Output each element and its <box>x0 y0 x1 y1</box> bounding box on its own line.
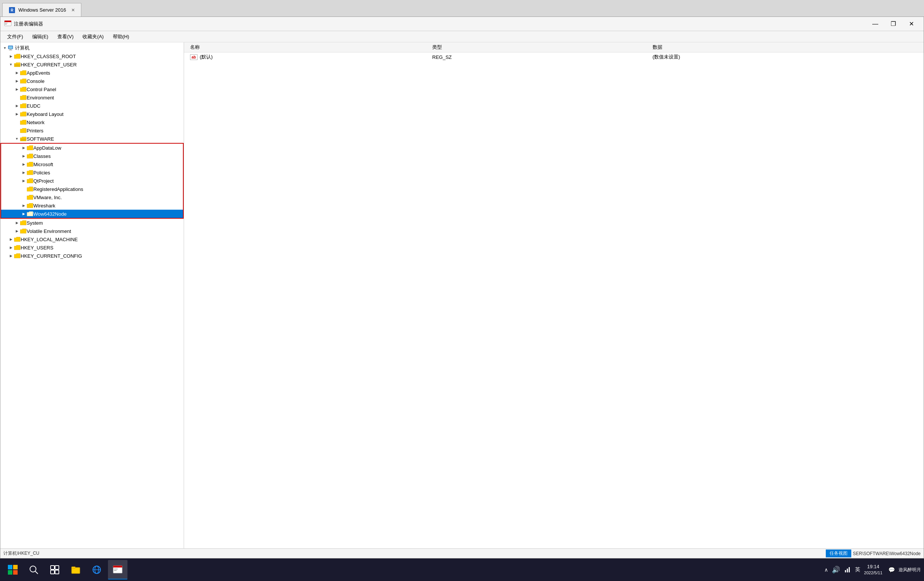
speaker-icon[interactable]: 🔊 <box>832 566 840 574</box>
table-row[interactable]: ab (默认) REG_SZ (数值未设置) <box>184 53 924 62</box>
expand-appevents[interactable] <box>14 70 20 76</box>
svg-rect-30 <box>847 569 848 573</box>
vmware-label: VMware, Inc. <box>33 195 62 200</box>
expand-wow6432[interactable] <box>21 211 26 217</box>
folder-icon-vmware <box>26 194 33 200</box>
folder-icon-wireshark <box>26 202 33 209</box>
hidden-icons-button[interactable]: ∧ <box>824 567 828 573</box>
ime-indicator[interactable]: 英 <box>855 566 860 573</box>
col-type[interactable]: 类型 <box>426 42 647 53</box>
tree-node-appdatalow[interactable]: AppDataLow <box>1 144 183 152</box>
console-label: Console <box>26 78 45 84</box>
close-button[interactable]: ✕ <box>903 18 920 30</box>
tree-panel[interactable]: 计算机 HKEY_CLASSES_ROOT <box>0 42 184 548</box>
expand-hklm[interactable] <box>8 236 14 242</box>
tree-node-classes[interactable]: Classes <box>1 152 183 160</box>
folder-icon-console <box>20 78 26 84</box>
tree-node-microsoft[interactable]: Microsoft <box>1 160 183 169</box>
tree-node-environment[interactable]: Environment <box>0 93 184 102</box>
regedit-taskbar-button[interactable] <box>108 560 127 579</box>
system-label: System <box>26 220 43 226</box>
expand-hkcc[interactable] <box>8 253 14 259</box>
network-icon[interactable] <box>844 566 851 574</box>
tree-node-computer[interactable]: 计算机 <box>0 44 184 52</box>
task-view-button[interactable] <box>45 560 64 579</box>
tree-node-hku[interactable]: HKEY_USERS <box>0 243 184 252</box>
tab-windows-server[interactable]: R Windows Server 2016 ✕ <box>2 3 81 17</box>
expand-eudc[interactable] <box>14 103 20 109</box>
tree-node-system[interactable]: System <box>0 218 184 227</box>
menu-edit[interactable]: 编辑(E) <box>28 32 52 41</box>
computer-label: 计算机 <box>15 45 30 51</box>
hkcr-label: HKEY_CLASSES_ROOT <box>21 54 76 59</box>
tree-node-hkcu[interactable]: HKEY_CURRENT_USER <box>0 60 184 69</box>
tree-node-eudc[interactable]: EUDC <box>0 102 184 110</box>
tree-node-wow6432[interactable]: Wow6432Node <box>1 210 183 218</box>
tree-node-printers[interactable]: Printers <box>0 126 184 135</box>
notification-icon[interactable]: 💬 <box>888 567 895 573</box>
tree-node-software[interactable]: SOFTWARE <box>0 135 184 143</box>
taskbar: ∧ 🔊 英 19:14 2022/5/11 💬 遊风醉明月 <box>0 558 924 581</box>
tree-node-appevents[interactable]: AppEvents <box>0 69 184 77</box>
status-task-view[interactable]: 任务视图 <box>826 550 851 557</box>
tree-node-policies[interactable]: Policies <box>1 169 183 177</box>
expand-volatile[interactable] <box>14 228 20 234</box>
folder-icon-keyboardlayout <box>20 111 26 117</box>
main-content: 计算机 HKEY_CLASSES_ROOT <box>0 42 924 548</box>
system-tray: ∧ 🔊 英 19:14 2022/5/11 💬 遊风醉明月 <box>824 564 921 575</box>
tree-node-network[interactable]: Network <box>0 118 184 126</box>
folder-icon-network <box>20 119 26 125</box>
tree-node-controlpanel[interactable]: Control Panel <box>0 85 184 93</box>
expand-network <box>14 119 20 125</box>
expand-policies[interactable] <box>21 169 26 175</box>
expand-hku[interactable] <box>8 245 14 250</box>
expand-hkcr[interactable] <box>8 53 14 59</box>
folder-icon-registeredapps <box>26 186 33 192</box>
expand-wireshark[interactable] <box>21 202 26 209</box>
col-name[interactable]: 名称 <box>184 42 426 53</box>
taskbar-clock[interactable]: 19:14 2022/5/11 <box>864 564 883 575</box>
expand-computer[interactable] <box>2 45 8 51</box>
tree-node-qtproject[interactable]: QtProject <box>1 177 183 185</box>
tree-node-vmware[interactable]: VMware, Inc. <box>1 193 183 202</box>
expand-console[interactable] <box>14 78 20 84</box>
minimize-button[interactable]: — <box>867 18 884 30</box>
svg-rect-26 <box>113 566 122 568</box>
search-button[interactable] <box>24 560 43 579</box>
expand-keyboardlayout[interactable] <box>14 111 20 117</box>
ab-icon: ab <box>190 55 198 60</box>
tab-close-button[interactable]: ✕ <box>71 8 75 13</box>
expand-software[interactable] <box>14 136 20 142</box>
expand-qtproject[interactable] <box>21 178 26 184</box>
folder-icon-hkcu <box>14 61 21 68</box>
tree-node-hkcc[interactable]: HKEY_CURRENT_CONFIG <box>0 252 184 260</box>
expand-environment <box>14 94 20 101</box>
expand-appdatalow[interactable] <box>21 145 26 151</box>
menu-file[interactable]: 文件(F) <box>3 32 27 41</box>
menu-favorites[interactable]: 收藏夹(A) <box>79 32 107 41</box>
col-data[interactable]: 数据 <box>647 42 924 53</box>
tree-node-volatile[interactable]: Volatile Environment <box>0 227 184 235</box>
menu-view[interactable]: 查看(V) <box>54 32 77 41</box>
expand-classes[interactable] <box>21 153 26 159</box>
row-type: REG_SZ <box>426 53 647 62</box>
explorer-button[interactable] <box>66 560 86 579</box>
status-path: 计算机\HKEY_CU <box>3 550 824 557</box>
menu-help[interactable]: 帮助(H) <box>109 32 133 41</box>
expand-controlpanel[interactable] <box>14 86 20 92</box>
tree-node-console[interactable]: Console <box>0 77 184 85</box>
tree-node-registeredapps[interactable]: RegisteredApplications <box>1 185 183 193</box>
ie-button[interactable] <box>87 560 106 579</box>
tree-node-keyboardlayout[interactable]: Keyboard Layout <box>0 110 184 118</box>
classes-label: Classes <box>33 153 51 159</box>
expand-microsoft[interactable] <box>21 161 26 167</box>
tree-node-wireshark[interactable]: Wireshark <box>1 202 183 210</box>
expand-system[interactable] <box>14 220 20 226</box>
maximize-button[interactable]: ❐ <box>884 18 902 30</box>
tree-node-hklm[interactable]: HKEY_LOCAL_MACHINE <box>0 235 184 243</box>
expand-hkcu[interactable] <box>8 61 14 68</box>
tree-node-hkcr[interactable]: HKEY_CLASSES_ROOT <box>0 52 184 60</box>
start-button[interactable] <box>3 560 23 579</box>
highlight-group: AppDataLow Classes <box>0 143 184 218</box>
title-bar-controls: — ❐ ✕ <box>867 18 920 30</box>
